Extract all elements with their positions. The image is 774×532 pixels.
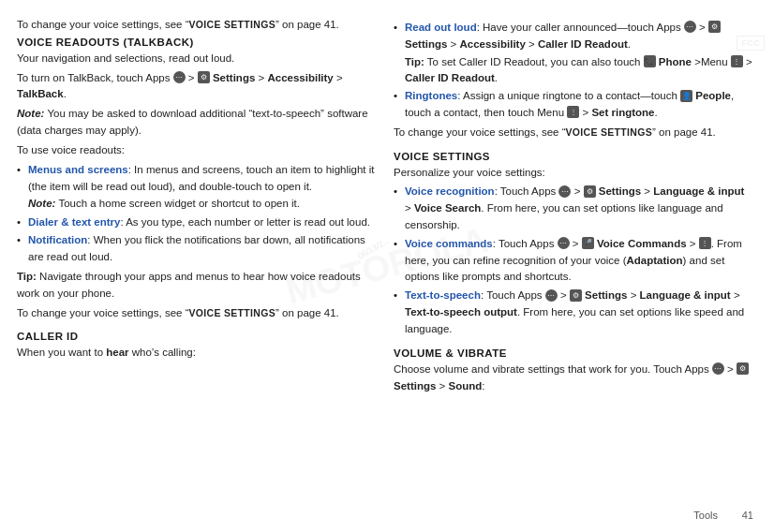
volume-vibrate-heading: VOLUME & VIBRATE bbox=[394, 347, 753, 359]
voice-readouts-desc: Your navigation and selections, read out… bbox=[17, 51, 377, 67]
list-item-read-out-loud: Read out loud: Have your caller announce… bbox=[394, 20, 753, 86]
list-item-ringtones: Ringtones: Assign a unique ringtone to a… bbox=[394, 88, 753, 122]
right-outro-para: To change your voice settings, see “VOIC… bbox=[394, 125, 753, 141]
voice-settings-list: Voice recognition: Touch Apps ⋯ > ⚙ Sett… bbox=[394, 184, 753, 337]
dialer-term: Dialer & text entry bbox=[28, 216, 120, 228]
apps-icon-2: ⋯ bbox=[684, 21, 696, 33]
caller-id-list: Read out loud: Have your caller announce… bbox=[394, 20, 753, 122]
tip-label: Tip: bbox=[17, 271, 37, 282]
list-item-voice-commands: Voice commands: Touch Apps ⋯ > 🎤 Voice C… bbox=[394, 236, 753, 286]
voice-readouts-heading: VOICE READOUTS (TALKBACK) bbox=[17, 37, 377, 48]
menus-note: Note: Touch a home screen widget or shor… bbox=[28, 196, 377, 212]
voice-readouts-list: Menus and screens: In menus and screens,… bbox=[17, 162, 377, 266]
outro-para: To change your voice settings, see “VOIC… bbox=[17, 305, 377, 322]
voice-settings-ref-right: VOICE SETTINGS bbox=[565, 126, 652, 138]
talkback-label: TalkBack bbox=[17, 88, 64, 99]
hear-bold: hear bbox=[106, 347, 128, 358]
talkback-instruction: To turn on TalkBack, touch Apps ⋯ > ⚙ Se… bbox=[17, 70, 377, 104]
note-label: Note: bbox=[17, 108, 44, 119]
list-item-notification: Notification: When you flick the notific… bbox=[17, 232, 377, 266]
voice-settings-ref-intro: VOICE SETTINGS bbox=[188, 19, 275, 30]
accessibility-label-2: Accessibility bbox=[459, 38, 525, 50]
people-icon: 👤 bbox=[680, 90, 692, 102]
voice-recognition-term: Voice recognition bbox=[405, 185, 495, 197]
settings-icon-5: ⚙ bbox=[737, 362, 749, 375]
apps-icon-6: ⋯ bbox=[712, 362, 724, 375]
left-column: To change your voice settings, see “VOIC… bbox=[17, 17, 377, 519]
voice-search-label: Voice Search bbox=[414, 202, 481, 214]
adaptation-label: Adaptation bbox=[627, 255, 683, 266]
tts-output-label: Text-to-speech output bbox=[405, 306, 517, 318]
menus-screens-term: Menus and screens bbox=[28, 164, 128, 175]
use-voice-readouts: To use voice readouts: bbox=[17, 142, 377, 159]
settings-icon-3: ⚙ bbox=[584, 185, 596, 198]
tip-para: Tip: Navigate through your apps and menu… bbox=[17, 269, 377, 303]
voice-commands-term: Voice commands bbox=[405, 238, 493, 249]
caller-id-heading: CALLER ID bbox=[17, 331, 377, 342]
notification-term: Notification bbox=[28, 234, 87, 245]
page-number: 41 bbox=[742, 510, 753, 521]
list-item-dialer: Dialer & text entry: As you type, each n… bbox=[17, 214, 377, 231]
caller-id-text: When you want to hear who’s calling: bbox=[17, 345, 377, 362]
menu-icon-3: ⋮ bbox=[699, 237, 711, 249]
voice-commands-icon: 🎤 bbox=[582, 237, 594, 249]
intro-para: To change your voice settings, see “VOIC… bbox=[17, 17, 377, 34]
read-out-loud-term: Read out loud bbox=[405, 22, 477, 33]
apps-icon-4: ⋯ bbox=[558, 237, 570, 249]
page-container: To change your voice settings, see “VOIC… bbox=[0, 0, 774, 532]
settings-icon-4: ⚙ bbox=[570, 289, 582, 302]
voice-settings-ref-outro: VOICE SETTINGS bbox=[188, 307, 275, 318]
list-item-voice-recognition: Voice recognition: Touch Apps ⋯ > ⚙ Sett… bbox=[394, 184, 753, 233]
caller-id-tip: Tip: To set Caller ID Readout, you can a… bbox=[405, 54, 753, 87]
voice-settings-heading: VOICE SETTINGS bbox=[394, 151, 753, 162]
menu-icon-2: ⋮ bbox=[567, 106, 579, 118]
list-item-menus: Menus and screens: In menus and screens,… bbox=[17, 162, 377, 213]
settings-icon-2: ⚙ bbox=[708, 21, 721, 33]
text-to-speech-term: Text-to-speech bbox=[405, 289, 481, 301]
note-text: Note: You may be asked to download addit… bbox=[17, 106, 377, 140]
people-label: People bbox=[695, 90, 731, 101]
volume-desc: Choose volume and vibrate settings that … bbox=[394, 362, 753, 395]
tools-label: Tools bbox=[693, 510, 718, 521]
phone-icon: 📞 bbox=[644, 55, 656, 67]
settings-label: Settings bbox=[213, 72, 255, 83]
settings-icon: ⚙ bbox=[198, 71, 210, 83]
menu-icon-inline: ⋮ bbox=[731, 55, 743, 67]
voice-settings-desc: Personalize your voice settings: bbox=[394, 165, 753, 182]
apps-icon-5: ⋯ bbox=[545, 289, 558, 302]
accessibility-label: Accessibility bbox=[267, 72, 333, 83]
apps-icon: ⋯ bbox=[173, 71, 186, 83]
apps-icon-3: ⋯ bbox=[558, 185, 571, 198]
right-column: Read out loud: Have your caller announce… bbox=[394, 17, 753, 519]
ringtones-term: Ringtones bbox=[405, 90, 457, 101]
list-item-text-to-speech: Text-to-speech: Touch Apps ⋯ > ⚙ Setting… bbox=[394, 288, 753, 337]
